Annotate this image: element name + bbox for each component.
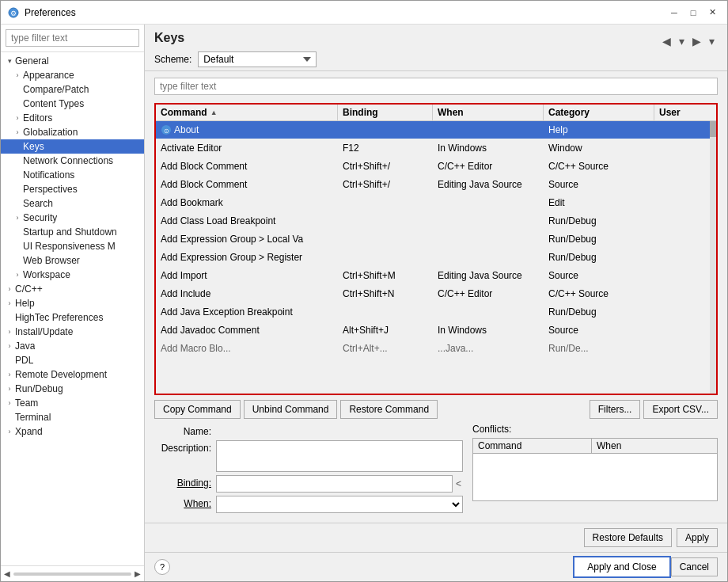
sidebar-item-search[interactable]: Search: [1, 196, 144, 211]
forward-button[interactable]: ▶: [689, 33, 704, 49]
sidebar-item-perspectives[interactable]: Perspectives: [1, 182, 144, 196]
apply-and-close-button[interactable]: Apply and Close: [573, 556, 670, 578]
sidebar-item-notifications[interactable]: Notifications: [1, 168, 144, 182]
main-content: ▾ General › Appearance Compare/Patch Con…: [1, 25, 727, 581]
sidebar-item-remote-dev[interactable]: › Remote Development: [1, 367, 144, 382]
navigation-arrows: ◀ ▾ ▶ ▾: [659, 33, 718, 49]
td-when: C/C++ Editor: [433, 287, 544, 301]
when-label: When:: [154, 496, 211, 509]
maximize-button[interactable]: □: [684, 4, 702, 21]
description-row: Description:: [154, 440, 463, 472]
name-row: Name:: [154, 424, 463, 437]
table-row[interactable]: Add Block Comment Ctrl+Shift+/ Editing J…: [156, 176, 710, 194]
scroll-left-btn[interactable]: ◀: [4, 569, 10, 578]
back-button[interactable]: ◀: [659, 33, 674, 49]
sidebar-item-help[interactable]: › Help: [1, 296, 144, 310]
sidebar-item-java[interactable]: › Java: [1, 339, 144, 353]
table-row[interactable]: Add Javadoc Comment Alt+Shift+J In Windo…: [156, 321, 710, 340]
table-row[interactable]: Add Import Ctrl+Shift+M Editing Java Sou…: [156, 267, 710, 285]
table-row[interactable]: Add Java Exception Breakpoint Run/Debug: [156, 303, 710, 321]
table-row[interactable]: Add Class Load Breakpoint Run/Debug: [156, 212, 710, 230]
sidebar-item-run-debug[interactable]: › Run/Debug: [1, 382, 144, 396]
td-binding: Ctrl+Alt+...: [338, 341, 433, 356]
sidebar-item-terminal[interactable]: Terminal: [1, 410, 144, 424]
th-when[interactable]: When: [433, 105, 544, 120]
scheme-select[interactable]: Default Emacs Microsoft Visual Studio: [198, 51, 317, 67]
td-command: Add Macro Blo...: [156, 341, 338, 356]
sidebar-item-security[interactable]: › Security: [1, 211, 144, 225]
sidebar-item-keys[interactable]: Keys: [1, 139, 144, 154]
binding-row: Binding: <: [154, 475, 463, 493]
table-row[interactable]: Add Expression Group > Register Run/Debu…: [156, 249, 710, 267]
sidebar-item-globalization[interactable]: › Globalization: [1, 125, 144, 139]
td-category: Help: [544, 123, 654, 137]
sidebar-item-general[interactable]: ▾ General: [1, 54, 144, 68]
td-binding: Ctrl+Shift+/: [338, 177, 433, 192]
td-user: [654, 177, 710, 192]
filters-button[interactable]: Filters...: [590, 400, 641, 419]
close-button[interactable]: ✕: [703, 4, 721, 21]
table-row[interactable]: Add Macro Blo... Ctrl+Alt+... ...Java...…: [156, 340, 710, 358]
sidebar-item-content-types[interactable]: Content Types: [1, 97, 144, 111]
table-row[interactable]: Activate Editor F12 In Windows Window: [156, 139, 710, 158]
table-row[interactable]: Add Expression Group > Local Va Run/Debu…: [156, 230, 710, 249]
td-binding: Ctrl+Shift+N: [338, 287, 433, 301]
description-input[interactable]: [216, 440, 463, 472]
arrow-icon: ›: [4, 371, 15, 378]
binding-chevron-icon[interactable]: <: [454, 477, 463, 491]
td-when: In Windows: [433, 323, 544, 337]
table-row[interactable]: Add Bookmark Edit: [156, 194, 710, 212]
sidebar-item-hightec[interactable]: HighTec Preferences: [1, 310, 144, 325]
unbind-command-button[interactable]: Unbind Command: [244, 400, 338, 419]
filter-input[interactable]: [6, 29, 139, 47]
sidebar-item-network-connections[interactable]: Network Connections: [1, 154, 144, 168]
sidebar-item-startup-shutdown[interactable]: Startup and Shutdown: [1, 225, 144, 239]
td-user: [654, 323, 710, 337]
td-binding: [338, 305, 433, 319]
sidebar-item-ui-responsiveness[interactable]: UI Responsiveness M: [1, 239, 144, 253]
sidebar-item-label: C/C++: [15, 283, 43, 295]
sidebar-item-label: General: [15, 55, 49, 67]
sidebar-item-web-browser[interactable]: Web Browser: [1, 253, 144, 268]
minimize-button[interactable]: ─: [665, 4, 683, 21]
table-row[interactable]: Add Block Comment Ctrl+Shift+/ C/C++ Edi…: [156, 158, 710, 176]
table-row[interactable]: Add Include Ctrl+Shift+N C/C++ Editor C/…: [156, 285, 710, 303]
when-select[interactable]: [216, 496, 463, 513]
restore-command-button[interactable]: Restore Command: [340, 400, 438, 419]
th-category[interactable]: Category: [544, 105, 654, 120]
sidebar-item-pdl[interactable]: PDL: [1, 353, 144, 367]
dropdown-forward-button[interactable]: ▾: [706, 33, 718, 49]
th-command-label: Command: [161, 107, 207, 118]
restore-defaults-button[interactable]: Restore Defaults: [584, 528, 672, 547]
apply-button[interactable]: Apply: [677, 528, 718, 547]
sidebar-scroll: ◀ ▶: [1, 565, 144, 581]
export-csv-button[interactable]: Export CSV...: [643, 400, 718, 419]
sidebar-item-editors[interactable]: › Editors: [1, 111, 144, 125]
th-binding[interactable]: Binding: [338, 105, 433, 120]
sidebar-item-compare-patch[interactable]: Compare/Patch: [1, 82, 144, 97]
sidebar-item-workspace[interactable]: › Workspace: [1, 268, 144, 282]
table-row[interactable]: ⊙ About Help: [156, 121, 710, 139]
sidebar-item-team[interactable]: › Team: [1, 396, 144, 410]
td-command: Add Expression Group > Local Va: [156, 232, 338, 246]
keys-filter-input[interactable]: [154, 78, 718, 95]
sidebar-item-xpand[interactable]: › Xpand: [1, 424, 144, 439]
th-user[interactable]: User: [654, 105, 716, 120]
table-body: ⊙ About Help Activate Editor F12: [156, 121, 710, 394]
table-scrollbar[interactable]: [710, 121, 716, 394]
sidebar-item-label: Startup and Shutdown: [23, 226, 117, 238]
sidebar-item-install-update[interactable]: › Install/Update: [1, 325, 144, 339]
sidebar-item-appearance[interactable]: › Appearance: [1, 68, 144, 82]
binding-input[interactable]: [216, 475, 453, 493]
th-command[interactable]: Command ▲: [156, 105, 338, 120]
cancel-button[interactable]: Cancel: [671, 557, 718, 576]
td-command: Add Bookmark: [156, 196, 338, 210]
copy-command-button[interactable]: Copy Command: [154, 400, 241, 419]
sidebar-item-label: Content Types: [23, 98, 84, 109]
sidebar-item-label: Notifications: [23, 169, 74, 181]
sidebar-item-label: Editors: [23, 112, 52, 124]
help-button[interactable]: ?: [154, 559, 170, 575]
sidebar-item-cpp[interactable]: › C/C++: [1, 282, 144, 296]
scroll-right-btn[interactable]: ▶: [135, 569, 141, 578]
dropdown-nav-button[interactable]: ▾: [676, 33, 688, 49]
